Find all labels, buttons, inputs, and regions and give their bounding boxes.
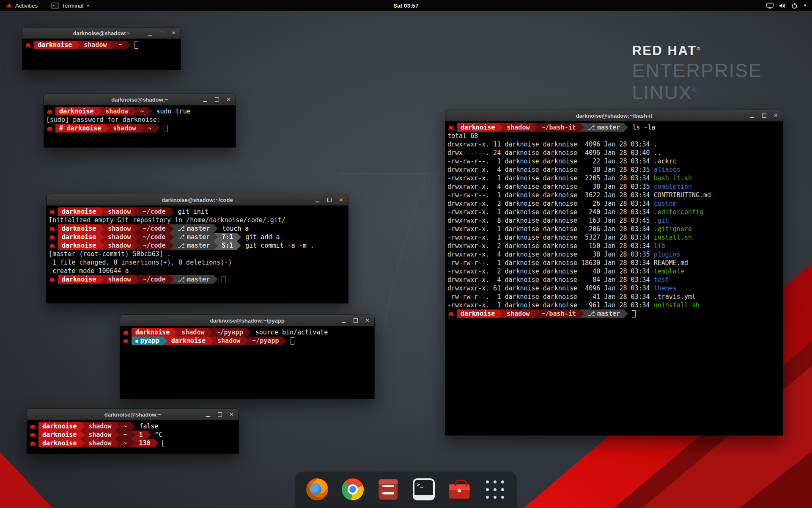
maximize-button[interactable] [326, 197, 332, 203]
minimize-button[interactable] [205, 412, 211, 417]
prompt-segment-user: darknoise [58, 233, 100, 241]
prompt-segment-user: darknoise [132, 328, 173, 337]
close-button[interactable] [365, 318, 370, 323]
app-menu-terminal[interactable]: >_ Terminal ▼ [49, 0, 92, 11]
prompt-segment-path: ~ [119, 439, 131, 447]
prompt-segment-host: shadow [80, 41, 110, 49]
titlebar[interactable]: darknoise@shadow:~/pyapp [120, 315, 374, 326]
powerline-arrow [154, 439, 159, 447]
terminal-content[interactable]: darknoiseshadow~ [22, 39, 181, 70]
maximize-button[interactable] [353, 318, 358, 323]
terminal-window[interactable]: darknoise@shadow:~darknoiseshadow~ [22, 28, 181, 70]
volume-icon[interactable] [779, 3, 786, 9]
prompt-segment-path: ~/pyapp [248, 337, 283, 345]
titlebar[interactable]: darknoise@shadow:~/bash-it [445, 110, 783, 121]
redhat-icon [123, 330, 129, 335]
terminal-window[interactable]: darknoise@shadow:~darknoiseshadow~falsed… [27, 409, 239, 454]
display-icon[interactable] [766, 3, 774, 9]
powerline-arrow [115, 431, 119, 439]
command-text: git commit -a -m . [245, 242, 314, 249]
prompt-segment-path: ~/code [139, 275, 169, 284]
close-button[interactable] [229, 412, 234, 417]
dock-item-firefox[interactable] [304, 476, 331, 503]
window-title: darknoise@shadow:~/code [162, 197, 233, 203]
prompt-line: darknoiseshadow~/code⎇master?:1git add a [49, 233, 346, 241]
powerline-arrow [100, 207, 104, 216]
maximize-button[interactable] [217, 412, 222, 417]
close-button[interactable] [338, 197, 344, 203]
output-line: create mode 100644 a [49, 267, 346, 275]
powerline-arrow [237, 233, 241, 241]
window-controls [202, 94, 231, 105]
activities-button[interactable]: Activities [3, 0, 40, 11]
powerline-arrow [214, 275, 218, 284]
dock-item-chrome[interactable] [339, 476, 366, 503]
powerline-arrow [148, 107, 152, 116]
titlebar[interactable]: darknoise@shadow:~ [44, 94, 236, 105]
minimize-button[interactable] [315, 197, 320, 203]
redhat-icon [448, 125, 454, 130]
window-title: darknoise@shadow:~ [111, 97, 168, 103]
command-text: sudo true [156, 108, 191, 115]
titlebar[interactable]: darknoise@shadow:~ [22, 28, 181, 39]
command-text: false [140, 422, 159, 430]
file-name: install.sh [654, 234, 692, 241]
redhat-icon [123, 338, 129, 343]
window-title: darknoise@shadow:~ [104, 411, 161, 418]
terminal-content[interactable]: darknoiseshadow~/bash-it⎇masterls -latot… [445, 121, 783, 435]
minimize-button[interactable] [341, 318, 346, 323]
close-button[interactable] [773, 113, 779, 119]
chevron-down-icon[interactable]: ▼ [803, 3, 807, 8]
output-line: -rw-rw-r--. 1 darknoise darknoise 22 Jan… [447, 157, 781, 166]
terminal-window[interactable]: darknoise@shadow:~/pyappdarknoiseshadow~… [120, 315, 374, 399]
terminal-content[interactable]: darknoiseshadow~/codegit initInitialized… [47, 206, 348, 303]
terminal-cursor [162, 440, 166, 447]
close-button[interactable] [171, 30, 176, 36]
powerline-arrow [132, 107, 136, 116]
system-status-area[interactable]: ▼ [766, 3, 812, 9]
powerline-arrow [134, 241, 139, 250]
powerline-arrow [624, 309, 628, 318]
dock-item-app-grid[interactable] [481, 476, 508, 503]
terminal-cursor [222, 276, 225, 283]
terminal-content[interactable]: darknoiseshadow~falsedarknoiseshadow~1^C… [27, 420, 239, 454]
powerline-arrow [580, 309, 584, 318]
close-button[interactable] [226, 97, 231, 102]
terminal-content[interactable]: darknoiseshadow~sudo true[sudo] password… [44, 105, 236, 147]
powerline-arrow [170, 275, 174, 284]
power-icon[interactable] [791, 3, 798, 9]
prompt-segment-user: darknoise [38, 439, 80, 447]
terminal-window[interactable]: darknoise@shadow:~/bash-itdarknoiseshado… [445, 110, 783, 435]
file-name: themes [654, 284, 677, 292]
clock[interactable]: Sat 03:57 [393, 3, 418, 9]
maximize-button[interactable] [159, 30, 165, 36]
titlebar[interactable]: darknoise@shadow:~ [27, 409, 239, 420]
windows-layer: darknoise@shadow:~darknoiseshadow~darkno… [0, 0, 812, 508]
file-name: .gitignore [654, 225, 692, 233]
terminal-window[interactable]: darknoise@shadow:~/codedarknoiseshadow~/… [47, 194, 348, 303]
dock-item-files[interactable] [375, 476, 402, 503]
powerline-arrow [533, 309, 538, 318]
prompt-segment-path: ~ [115, 41, 126, 49]
prompt-segment-user: darknoise [34, 41, 76, 49]
minimize-button[interactable] [147, 30, 153, 36]
redhat-icon [30, 441, 36, 446]
maximize-button[interactable] [214, 97, 219, 102]
dock-item-terminal[interactable]: >_ [410, 476, 437, 503]
prompt-segment-user: darknoise [38, 431, 80, 439]
output-line: -rwxrwxr-x. 1 darknoise darknoise 2205 J… [447, 174, 781, 182]
minimize-button[interactable] [202, 97, 208, 102]
output-line: -rw-rw-r--. 1 darknoise darknoise 3622 J… [447, 191, 781, 199]
terminal-content[interactable]: darknoiseshadow~/pyappsource bin/activat… [120, 326, 374, 399]
prompt-segment-git: ⎇master [174, 275, 214, 284]
maximize-button[interactable] [761, 113, 767, 119]
minimize-button[interactable] [749, 113, 755, 119]
powerline-arrow [237, 241, 241, 250]
output-line: total 68 [447, 132, 781, 140]
output-line: Initialized empty Git repository in /hom… [49, 216, 346, 224]
terminal-window[interactable]: darknoise@shadow:~darknoiseshadow~sudo t… [44, 94, 236, 147]
prompt-line: darknoiseshadow~/bash-it⎇master [447, 309, 781, 318]
dock-item-toolbox[interactable] [446, 476, 473, 503]
titlebar[interactable]: darknoise@shadow:~/code [47, 194, 348, 206]
powerline-arrow [131, 431, 135, 439]
